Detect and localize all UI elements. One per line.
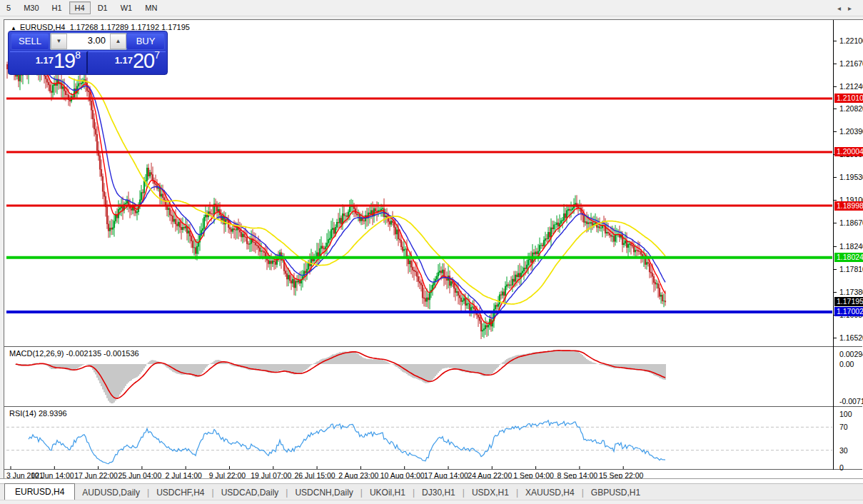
- ohlc-high: 1.17289: [100, 23, 128, 31]
- macd-scale-label: 0.00: [839, 360, 854, 368]
- one-click-trading-panel: SELL ▼ 3.00 ▲ BUY 1.17198 1.17207: [8, 31, 168, 75]
- rsi-indicator-chart: [6, 408, 832, 469]
- price-axis-separator: [833, 20, 834, 470]
- timeframe-button-w1[interactable]: W1: [115, 1, 138, 14]
- timeframe-button-d1[interactable]: D1: [92, 1, 113, 14]
- price-tick-label: 1.17810: [839, 265, 863, 273]
- price-tick-label: 1.20820: [839, 104, 863, 113]
- price-tick-mark: [834, 246, 837, 247]
- timeframe-button-mn[interactable]: MN: [139, 1, 163, 14]
- buy-price-prefix: 1.17: [115, 55, 133, 66]
- volume-increase-button[interactable]: ▲: [110, 34, 126, 49]
- rsi-panel-separator[interactable]: [4, 406, 862, 407]
- price-tick-mark: [834, 292, 837, 293]
- price-tick-label: 1.21240: [839, 82, 863, 91]
- price-tick-mark: [834, 64, 837, 64]
- volume-value[interactable]: 3.00: [67, 34, 110, 49]
- rsi-scale-label: 0: [839, 463, 844, 472]
- price-tick-mark: [834, 223, 837, 223]
- tab-scroll-arrows: ◂▸: [837, 4, 859, 12]
- tab-usdcad-daily[interactable]: USDCAD,Daily: [214, 485, 286, 500]
- price-tick-label: 1.18240: [839, 242, 863, 251]
- tab-dj30-h1[interactable]: DJ30,H1: [415, 485, 463, 500]
- sell-price-prefix: 1.17: [36, 55, 54, 66]
- macd-histogram: [16, 350, 665, 403]
- ma-line-mid-ema: [11, 68, 665, 318]
- tab-usdchf-h4[interactable]: USDCHF,H4: [149, 485, 211, 500]
- price-tick-label: 1.17380: [839, 288, 863, 296]
- ohlc-close: 1.17195: [161, 23, 190, 31]
- price-tick-label: 1.19530: [839, 173, 863, 181]
- ma-line-fast-ema: [11, 67, 665, 324]
- timeframe-button-h4[interactable]: H4: [69, 1, 91, 14]
- timeframe-button-m30[interactable]: M30: [18, 1, 44, 14]
- level-price-tag: 1.18024: [834, 253, 863, 262]
- tab-xauusd-h4[interactable]: XAUUSD,H4: [518, 485, 582, 500]
- price-tick-mark: [834, 269, 837, 270]
- ma-line-slow-sma: [69, 77, 665, 304]
- rsi-scale-label: 70: [839, 423, 848, 431]
- price-tick-mark: [834, 177, 837, 178]
- level-price-tag: 1.18998: [834, 201, 863, 211]
- tab-ukoil-h1[interactable]: UKOil,H1: [363, 485, 413, 500]
- ohlc-open: 1.17268: [70, 23, 99, 31]
- rsi-label: RSI(14) 28.9396: [9, 409, 67, 418]
- tab-scroll-right-icon[interactable]: ▸: [848, 4, 859, 12]
- macd-panel-separator[interactable]: [4, 346, 862, 347]
- price-tick-mark: [834, 131, 837, 132]
- timeframe-button-h1[interactable]: H1: [46, 1, 68, 14]
- tab-audusd-daily[interactable]: AUDUSD,Daily: [75, 485, 147, 500]
- price-tick-mark: [834, 41, 837, 41]
- ohlc-low: 1.17192: [131, 23, 159, 31]
- current-price-tag: 1.17195: [834, 297, 863, 306]
- macd-scale-label: -0.007153: [839, 397, 863, 405]
- tab-usdcnh-daily[interactable]: USDCNH,Daily: [288, 485, 360, 500]
- buy-price-display[interactable]: 1.17207: [89, 51, 166, 74]
- tab-eurusd-h4[interactable]: EURUSD,H4: [4, 483, 75, 500]
- price-tick-label: 1.18670: [839, 218, 863, 227]
- price-tick-mark: [834, 86, 837, 87]
- sell-price-main: 19: [54, 49, 75, 72]
- level-price-tag: 1.20004: [834, 147, 863, 156]
- rsi-scale-label: 100: [839, 410, 852, 418]
- sell-price-display[interactable]: 1.17198: [10, 51, 88, 74]
- rsi-scale-label: 30: [839, 446, 848, 455]
- tab-scroll-left-icon[interactable]: ◂: [837, 4, 848, 12]
- chart-title: EURUSD,H4: [20, 23, 66, 31]
- timeaxis-separator: [4, 469, 862, 470]
- level-price-tag: 1.21010: [834, 94, 863, 103]
- macd-scale-label: 0.002947: [839, 350, 863, 358]
- collapse-triangle-icon[interactable]: ▲: [11, 25, 16, 31]
- status-bar: [0, 500, 863, 504]
- buy-price-pip: 7: [154, 49, 160, 61]
- sell-price-pip: 8: [75, 49, 81, 61]
- volume-decrease-button[interactable]: ▼: [51, 34, 67, 49]
- sell-button[interactable]: SELL: [11, 33, 49, 50]
- chart-window: ▲EURUSD,H4 1.17268 1.17289 1.17192 1.171…: [4, 19, 863, 479]
- price-tick-label: 1.22100: [839, 36, 863, 45]
- price-tick-label: 1.16520: [839, 333, 863, 342]
- timeframe-button-5[interactable]: 5: [1, 1, 16, 14]
- timeframe-toolbar: 5M30H1H4D1W1MN: [0, 0, 863, 16]
- price-tick-label: 1.20390: [839, 127, 863, 136]
- chart-tab-bar: EURUSD,H4AUDUSD,Daily|USDCHF,H4|USDCAD,D…: [0, 483, 863, 500]
- chart-ohlc-header: ▲EURUSD,H4 1.17268 1.17289 1.17192 1.171…: [11, 23, 190, 31]
- macd-label: MACD(12,26,9) -0.002135 -0.001536: [9, 349, 139, 358]
- tab-gbpusd-h1[interactable]: GBPUSD,H1: [584, 485, 647, 500]
- mt4-application: 5M30H1H4D1W1MN ▲EURUSD,H4 1.17268 1.1728…: [0, 0, 863, 504]
- price-tick-mark: [834, 338, 837, 338]
- up-candle-bodies: [9, 62, 664, 331]
- price-tick-mark: [834, 109, 837, 109]
- buy-price-main: 20: [133, 49, 154, 72]
- level-price-tag: 1.17002: [834, 307, 863, 316]
- buy-button[interactable]: BUY: [126, 33, 165, 50]
- down-candle-bodies: [7, 62, 665, 331]
- volume-spinner: ▼ 3.00 ▲: [50, 33, 127, 50]
- tab-usdx-h1[interactable]: USDX,H1: [465, 485, 516, 500]
- price-tick-label: 1.21670: [839, 59, 863, 68]
